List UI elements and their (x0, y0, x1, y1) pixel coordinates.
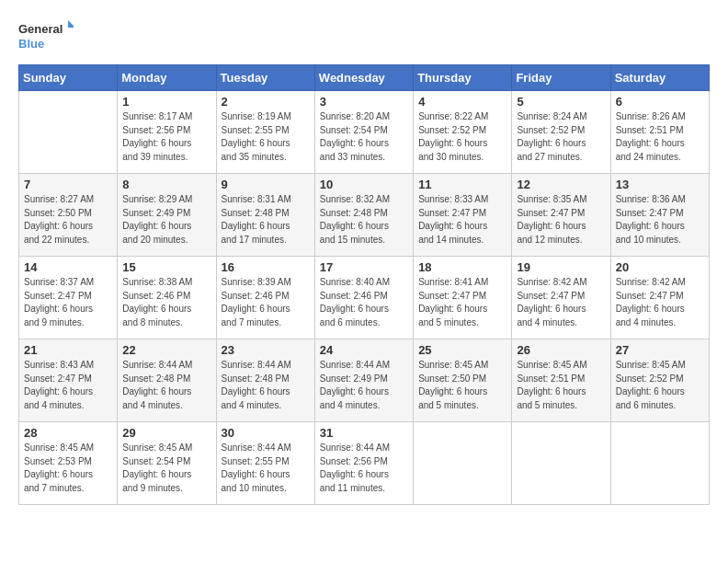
day-info: Sunrise: 8:40 AMSunset: 2:46 PMDaylight:… (320, 276, 408, 329)
header-day: Tuesday (216, 65, 314, 91)
calendar-week-row: 7Sunrise: 8:27 AMSunset: 2:50 PMDaylight… (19, 174, 710, 257)
calendar-cell: 17Sunrise: 8:40 AMSunset: 2:46 PMDayligh… (314, 257, 413, 339)
day-number: 30 (222, 426, 310, 440)
svg-text:Blue: Blue (18, 37, 44, 51)
day-number: 3 (320, 95, 408, 109)
day-info: Sunrise: 8:17 AMSunset: 2:56 PMDaylight:… (122, 110, 210, 164)
day-info: Sunrise: 8:45 AMSunset: 2:53 PMDaylight:… (24, 442, 112, 495)
day-info: Sunrise: 8:38 AMSunset: 2:46 PMDaylight:… (122, 276, 210, 329)
day-info: Sunrise: 8:24 AMSunset: 2:52 PMDaylight:… (517, 110, 605, 164)
calendar-cell: 27Sunrise: 8:45 AMSunset: 2:52 PMDayligh… (610, 339, 709, 422)
day-info: Sunrise: 8:45 AMSunset: 2:50 PMDaylight:… (418, 359, 506, 412)
calendar-week-row: 1Sunrise: 8:17 AMSunset: 2:56 PMDaylight… (19, 91, 710, 174)
calendar-cell: 18Sunrise: 8:41 AMSunset: 2:47 PMDayligh… (414, 257, 512, 339)
day-info: Sunrise: 8:29 AMSunset: 2:49 PMDaylight:… (122, 193, 210, 247)
day-info: Sunrise: 8:33 AMSunset: 2:47 PMDaylight:… (418, 193, 506, 247)
day-info: Sunrise: 8:45 AMSunset: 2:52 PMDaylight:… (616, 359, 704, 412)
calendar-cell: 29Sunrise: 8:45 AMSunset: 2:54 PMDayligh… (118, 422, 216, 505)
day-number: 17 (320, 260, 408, 274)
calendar-cell (512, 422, 610, 505)
calendar-cell: 25Sunrise: 8:45 AMSunset: 2:50 PMDayligh… (414, 339, 512, 422)
calendar-cell: 24Sunrise: 8:44 AMSunset: 2:49 PMDayligh… (314, 339, 413, 422)
day-number: 21 (24, 343, 112, 357)
header-day: Sunday (19, 65, 118, 91)
calendar-cell: 6Sunrise: 8:26 AMSunset: 2:51 PMDaylight… (610, 91, 709, 174)
day-info: Sunrise: 8:35 AMSunset: 2:47 PMDaylight:… (517, 193, 605, 247)
day-info: Sunrise: 8:44 AMSunset: 2:49 PMDaylight:… (320, 359, 408, 412)
calendar-cell: 10Sunrise: 8:32 AMSunset: 2:48 PMDayligh… (314, 174, 413, 257)
day-info: Sunrise: 8:37 AMSunset: 2:47 PMDaylight:… (24, 276, 112, 329)
day-info: Sunrise: 8:26 AMSunset: 2:51 PMDaylight:… (616, 110, 704, 164)
calendar-cell: 26Sunrise: 8:45 AMSunset: 2:51 PMDayligh… (512, 339, 610, 422)
calendar-cell: 23Sunrise: 8:44 AMSunset: 2:48 PMDayligh… (216, 339, 314, 422)
header-row: SundayMondayTuesdayWednesdayThursdayFrid… (19, 65, 710, 91)
day-info: Sunrise: 8:31 AMSunset: 2:48 PMDaylight:… (222, 193, 310, 247)
day-number: 9 (222, 178, 310, 191)
calendar-cell: 4Sunrise: 8:22 AMSunset: 2:52 PMDaylight… (414, 91, 512, 174)
day-number: 2 (222, 95, 310, 109)
header-day: Thursday (414, 65, 512, 91)
day-number: 10 (320, 178, 408, 191)
day-info: Sunrise: 8:20 AMSunset: 2:54 PMDaylight:… (320, 110, 408, 164)
day-info: Sunrise: 8:43 AMSunset: 2:47 PMDaylight:… (24, 359, 112, 412)
calendar-cell: 8Sunrise: 8:29 AMSunset: 2:49 PMDaylight… (118, 174, 216, 257)
day-number: 1 (122, 95, 210, 109)
calendar-cell: 19Sunrise: 8:42 AMSunset: 2:47 PMDayligh… (512, 257, 610, 339)
svg-marker-2 (68, 20, 74, 28)
calendar-cell: 3Sunrise: 8:20 AMSunset: 2:54 PMDaylight… (314, 91, 413, 174)
calendar-cell: 22Sunrise: 8:44 AMSunset: 2:48 PMDayligh… (118, 339, 216, 422)
day-number: 4 (418, 95, 506, 109)
calendar-cell: 30Sunrise: 8:44 AMSunset: 2:55 PMDayligh… (216, 422, 314, 505)
day-info: Sunrise: 8:41 AMSunset: 2:47 PMDaylight:… (418, 276, 506, 329)
day-number: 25 (418, 343, 506, 357)
calendar-week-row: 14Sunrise: 8:37 AMSunset: 2:47 PMDayligh… (19, 257, 710, 339)
day-info: Sunrise: 8:44 AMSunset: 2:48 PMDaylight:… (222, 359, 310, 412)
calendar-cell: 7Sunrise: 8:27 AMSunset: 2:50 PMDaylight… (19, 174, 118, 257)
header-day: Monday (118, 65, 216, 91)
day-number: 28 (24, 426, 112, 440)
calendar-cell: 2Sunrise: 8:19 AMSunset: 2:55 PMDaylight… (216, 91, 314, 174)
header-day: Saturday (610, 65, 709, 91)
page-header: General Blue (18, 18, 710, 55)
day-number: 16 (222, 260, 310, 274)
calendar-cell: 1Sunrise: 8:17 AMSunset: 2:56 PMDaylight… (118, 91, 216, 174)
day-info: Sunrise: 8:45 AMSunset: 2:54 PMDaylight:… (122, 442, 210, 495)
day-number: 12 (517, 178, 605, 191)
calendar-cell (19, 91, 118, 174)
day-info: Sunrise: 8:45 AMSunset: 2:51 PMDaylight:… (517, 359, 605, 412)
day-number: 23 (222, 343, 310, 357)
day-number: 14 (24, 260, 112, 274)
calendar-cell: 11Sunrise: 8:33 AMSunset: 2:47 PMDayligh… (414, 174, 512, 257)
day-number: 6 (616, 95, 704, 109)
day-info: Sunrise: 8:32 AMSunset: 2:48 PMDaylight:… (320, 193, 408, 247)
calendar-table: SundayMondayTuesdayWednesdayThursdayFrid… (18, 64, 710, 505)
day-number: 26 (517, 343, 605, 357)
calendar-week-row: 28Sunrise: 8:45 AMSunset: 2:53 PMDayligh… (19, 422, 710, 505)
day-number: 29 (122, 426, 210, 440)
day-info: Sunrise: 8:42 AMSunset: 2:47 PMDaylight:… (616, 276, 704, 329)
day-number: 31 (320, 426, 408, 440)
day-info: Sunrise: 8:44 AMSunset: 2:48 PMDaylight:… (122, 359, 210, 412)
calendar-cell (610, 422, 709, 505)
calendar-week-row: 21Sunrise: 8:43 AMSunset: 2:47 PMDayligh… (19, 339, 710, 422)
day-number: 19 (517, 260, 605, 274)
calendar-cell: 15Sunrise: 8:38 AMSunset: 2:46 PMDayligh… (118, 257, 216, 339)
day-info: Sunrise: 8:44 AMSunset: 2:55 PMDaylight:… (222, 442, 310, 495)
day-info: Sunrise: 8:39 AMSunset: 2:46 PMDaylight:… (222, 276, 310, 329)
day-info: Sunrise: 8:44 AMSunset: 2:56 PMDaylight:… (320, 442, 408, 495)
logo-svg: General Blue (18, 18, 74, 55)
day-number: 24 (320, 343, 408, 357)
calendar-cell: 14Sunrise: 8:37 AMSunset: 2:47 PMDayligh… (19, 257, 118, 339)
day-number: 5 (517, 95, 605, 109)
calendar-cell: 31Sunrise: 8:44 AMSunset: 2:56 PMDayligh… (314, 422, 413, 505)
day-number: 11 (418, 178, 506, 191)
day-info: Sunrise: 8:27 AMSunset: 2:50 PMDaylight:… (24, 193, 112, 247)
day-info: Sunrise: 8:36 AMSunset: 2:47 PMDaylight:… (616, 193, 704, 247)
svg-text:General: General (18, 22, 63, 36)
day-number: 18 (418, 260, 506, 274)
header-day: Friday (512, 65, 610, 91)
day-info: Sunrise: 8:42 AMSunset: 2:47 PMDaylight:… (517, 276, 605, 329)
calendar-cell: 20Sunrise: 8:42 AMSunset: 2:47 PMDayligh… (610, 257, 709, 339)
calendar-cell: 12Sunrise: 8:35 AMSunset: 2:47 PMDayligh… (512, 174, 610, 257)
day-number: 7 (24, 178, 112, 191)
